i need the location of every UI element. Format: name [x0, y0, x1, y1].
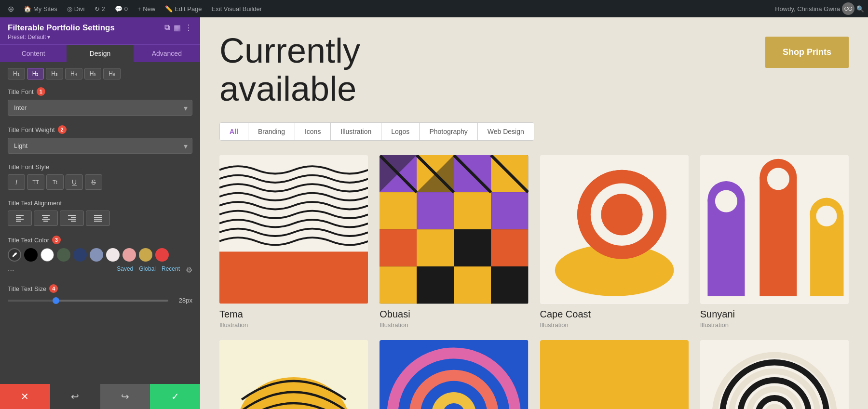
- chevron-down-icon: ▾: [47, 34, 50, 40]
- title-font-select[interactable]: Inter Roboto Open Sans Lato Montserrat: [8, 100, 192, 116]
- more-icon[interactable]: ⋮: [185, 23, 192, 32]
- wp-logo-icon: ⊕: [8, 4, 14, 13]
- italic-btn[interactable]: I: [8, 174, 25, 190]
- comments-icon: 💬: [115, 5, 122, 13]
- redo-button[interactable]: ↪: [100, 384, 150, 409]
- portfolio-item-tema[interactable]: Tema Illustration: [219, 155, 368, 328]
- svg-rect-4: [42, 215, 50, 216]
- swatch-medium-blue[interactable]: [90, 248, 103, 262]
- new-label: + New: [137, 5, 155, 13]
- my-sites-item[interactable]: 🏠 My Sites: [20, 0, 61, 17]
- title-font-weight-select[interactable]: Light Regular Medium Bold Extra Bold: [8, 138, 192, 154]
- portfolio-category-sunyani: Illustration: [700, 321, 849, 329]
- portfolio-item-art6[interactable]: ··· art6 Illustration: [380, 340, 528, 409]
- title-font-style-label: Title Font Style: [8, 163, 192, 171]
- undo-button[interactable]: ↩: [50, 384, 100, 409]
- preset-selector[interactable]: Preset: Default ▾: [8, 34, 115, 40]
- portfolio-item-cape-coast[interactable]: Cape Coast Illustration: [540, 155, 689, 328]
- underline-btn[interactable]: U: [66, 174, 83, 190]
- all-caps-btn[interactable]: TT: [27, 174, 44, 190]
- avatar[interactable]: CG: [842, 2, 854, 15]
- eyedropper-btn[interactable]: [8, 248, 21, 262]
- portfolio-name-cape-coast: Cape Coast: [540, 309, 689, 320]
- portfolio-item-art5[interactable]: art5 Illustration: [219, 340, 368, 409]
- slider-track[interactable]: [8, 300, 168, 302]
- svg-rect-13: [94, 217, 102, 218]
- color-gear-icon[interactable]: ⚙: [186, 265, 192, 275]
- heading-h4-btn[interactable]: H₄: [65, 68, 82, 79]
- global-link[interactable]: Global: [139, 265, 156, 275]
- swatch-gold[interactable]: [139, 248, 152, 262]
- portfolio-grid: Tema Illustration: [219, 155, 849, 409]
- align-justify-icon: [94, 215, 102, 222]
- filter-tab-photography[interactable]: Photography: [420, 123, 477, 140]
- title-text-color-badge: 3: [52, 236, 61, 244]
- exit-builder-item[interactable]: Exit Visual Builder: [208, 0, 266, 17]
- tab-content[interactable]: Content: [0, 45, 67, 62]
- swatch-red[interactable]: [155, 248, 169, 262]
- swatch-dark-green[interactable]: [57, 248, 70, 262]
- search-icon[interactable]: 🔍: [856, 5, 864, 13]
- edit-icon: ✏️: [165, 5, 173, 13]
- heading-h2-btn[interactable]: H₂: [27, 68, 44, 79]
- heading-h1-btn[interactable]: H₁: [8, 68, 25, 79]
- swatch-black[interactable]: [24, 248, 38, 262]
- filter-tab-web-design[interactable]: Web Design: [478, 123, 534, 140]
- filter-tab-illustration[interactable]: Illustration: [331, 123, 381, 140]
- portfolio-category-tema: Illustration: [219, 321, 368, 329]
- strikethrough-btn[interactable]: S: [85, 174, 102, 190]
- portfolio-name-tema: Tema: [219, 309, 368, 320]
- portfolio-item-art7[interactable]: art7 Illustration: [540, 340, 689, 409]
- filter-tab-all[interactable]: All: [220, 123, 248, 140]
- page-heading: Currently available: [219, 32, 360, 108]
- svg-rect-8: [68, 215, 76, 216]
- divi-item[interactable]: ◎ Divi: [63, 0, 89, 17]
- alignment-buttons: [8, 211, 192, 226]
- align-justify-btn[interactable]: [86, 211, 110, 226]
- align-left-btn[interactable]: [8, 211, 32, 226]
- title-font-label: Title Font 1: [8, 87, 192, 96]
- small-caps-btn[interactable]: Tt: [46, 174, 64, 190]
- heading-h5-btn[interactable]: H₅: [84, 68, 102, 79]
- comments-count: 0: [124, 5, 128, 13]
- portfolio-item-sunyani[interactable]: Sunyani Illustration: [700, 155, 849, 328]
- tab-advanced[interactable]: Advanced: [134, 45, 200, 62]
- cancel-button[interactable]: ✕: [0, 384, 50, 409]
- color-more-btn[interactable]: ···: [8, 266, 14, 275]
- align-right-btn[interactable]: [60, 211, 84, 226]
- new-item[interactable]: + New: [134, 0, 159, 17]
- swatch-light-pink[interactable]: [106, 248, 120, 262]
- svg-rect-2: [16, 219, 24, 220]
- layout-icon[interactable]: ▦: [174, 23, 181, 32]
- comments-item[interactable]: 💬 0: [111, 0, 132, 17]
- save-button[interactable]: ✓: [150, 384, 200, 409]
- filter-tab-icons[interactable]: Icons: [295, 123, 331, 140]
- portfolio-item-art8[interactable]: art8 Illustration: [700, 340, 849, 409]
- edit-page-item[interactable]: ✏️ Edit Page: [161, 0, 205, 17]
- filter-tab-branding[interactable]: Branding: [248, 123, 295, 140]
- copy-icon[interactable]: ⧉: [164, 23, 170, 32]
- align-center-btn[interactable]: [34, 211, 58, 226]
- filter-tab-logos[interactable]: Logos: [381, 123, 420, 140]
- portfolio-thumb-cape-coast: [540, 155, 689, 303]
- wp-logo-item[interactable]: ⊕: [4, 0, 18, 17]
- heading-h6-btn[interactable]: H₆: [103, 68, 121, 79]
- color-footer-links: Saved Global Recent ⚙: [117, 265, 192, 275]
- swatch-dark-blue[interactable]: [73, 248, 87, 262]
- saved-link[interactable]: Saved: [117, 265, 133, 275]
- tab-design[interactable]: Design: [67, 45, 133, 62]
- portfolio-item-obuasi[interactable]: Obuasi Illustration: [380, 155, 528, 328]
- heading-h3-btn[interactable]: H₃: [46, 68, 63, 79]
- updates-item[interactable]: ↻ 2: [91, 0, 109, 17]
- swatch-white[interactable]: [41, 248, 54, 262]
- my-sites-label: My Sites: [33, 5, 57, 13]
- recent-link[interactable]: Recent: [162, 265, 180, 275]
- panel-tabs: Content Design Advanced: [0, 44, 200, 62]
- portfolio-thumb-art6: ···: [380, 340, 528, 409]
- panel-header-icons: ⧉ ▦ ⋮: [164, 23, 192, 32]
- slider-thumb[interactable]: [53, 297, 59, 304]
- slider-fill: [8, 300, 56, 302]
- updates-count: 2: [102, 5, 105, 13]
- shop-prints-button[interactable]: Shop Prints: [765, 37, 849, 68]
- swatch-salmon[interactable]: [122, 248, 136, 262]
